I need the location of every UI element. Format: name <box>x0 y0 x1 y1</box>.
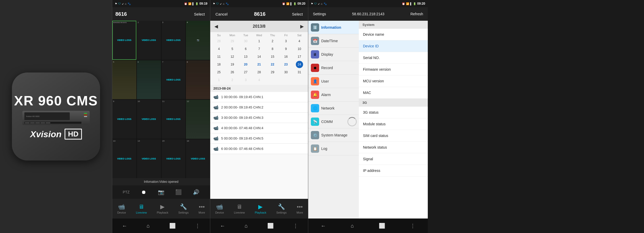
submenu-serial-no[interactable]: Serial NO. <box>359 52 428 64</box>
grid-cell-7[interactable]: 7 VIDEO LOSS <box>162 60 186 99</box>
cal-day-31[interactable]: 31 <box>296 69 303 76</box>
cal-day-9[interactable]: 9 <box>282 45 290 53</box>
record-item-1[interactable]: 📹 1 00:00:00- 09:19:45 CHN:1 <box>210 92 308 102</box>
record-item-2[interactable]: 📹 2 00:00:00- 09:19:45 CHN:2 <box>210 102 308 113</box>
nav-liveview-3[interactable]: 🖥 Liveview <box>231 202 247 216</box>
back-btn-4[interactable]: ← <box>321 223 326 229</box>
submenu-device-id[interactable]: Device ID <box>359 40 428 52</box>
submenu-mac[interactable]: MAC <box>359 87 428 99</box>
ptz-btn[interactable]: PTZ <box>122 187 131 197</box>
top-bar-3[interactable]: Cancel 8616 Select <box>210 7 308 21</box>
cal-day-27[interactable]: 27 <box>242 69 249 76</box>
submenu-signal[interactable]: Signal <box>359 153 428 165</box>
menu-btn-3[interactable]: ⋮ <box>293 223 298 229</box>
cal-next[interactable]: ▶ <box>300 24 304 29</box>
cal-day-8[interactable]: 8 <box>269 45 276 53</box>
screenshot-btn[interactable]: 📷 <box>156 187 166 197</box>
grid-cell-11[interactable]: 11 VIDEO LOSS <box>162 100 186 139</box>
select-button-2[interactable]: Select <box>192 11 207 17</box>
cal-day-26[interactable]: 26 <box>229 69 236 76</box>
grid-cell-3[interactable]: 3 VIDEO LOSS <box>162 21 186 60</box>
cal-day-29[interactable]: 29 <box>269 69 276 76</box>
menu-item-datetime[interactable]: 📅 Date/Time <box>308 34 359 48</box>
top-bar-2[interactable]: 8616 Select <box>112 7 210 21</box>
cal-day-12[interactable]: 12 <box>229 53 236 60</box>
stop-btn[interactable]: ⬛ <box>174 187 183 197</box>
cal-day-4next[interactable]: 4 <box>255 76 263 84</box>
menu-item-record[interactable]: ⏺ Record <box>308 61 359 75</box>
cal-day-16[interactable]: 16 <box>282 53 290 60</box>
menu-item-information[interactable]: ℹ️ Information <box>308 21 359 34</box>
menu-item-log[interactable]: 📋 Log <box>308 142 359 155</box>
cal-day-1[interactable]: 1 <box>255 38 263 45</box>
cal-day-14[interactable]: 14 <box>255 53 263 60</box>
grid-cell-9[interactable]: 9 VIDEO LOSS <box>112 100 136 139</box>
nav-settings-3[interactable]: 🔧 Settings <box>274 202 289 216</box>
cal-day-11[interactable]: 11 <box>215 53 222 60</box>
menu-item-user[interactable]: 👤 User <box>308 75 359 88</box>
grid-cell-10[interactable]: 10 VIDEO LOSS <box>137 100 161 139</box>
cancel-button-3[interactable]: Cancel <box>213 11 230 17</box>
back-btn-3[interactable]: ← <box>220 223 225 229</box>
nav-playback-3[interactable]: ▶ Playback <box>252 202 269 216</box>
cal-day-2next[interactable]: 2 <box>229 76 236 84</box>
nav-device-2[interactable]: 📹 Device <box>115 202 129 216</box>
cal-day-30prev[interactable]: 30 <box>242 38 249 45</box>
menu-item-network[interactable]: 🌐 Network <box>308 101 359 115</box>
cal-day-19[interactable]: 19 <box>229 61 236 68</box>
recent-btn-4[interactable]: ⬜ <box>379 223 385 229</box>
cal-day-20[interactable]: 20 <box>242 61 249 68</box>
nav-device-3[interactable]: 📹 Device <box>213 202 227 216</box>
nav-playback-2[interactable]: ▶ Playback <box>154 202 171 216</box>
cal-day-24[interactable]: 24 <box>296 61 303 68</box>
cal-day-7[interactable]: 7 <box>255 45 263 53</box>
submenu-device-name[interactable]: Device name <box>359 29 428 40</box>
grid-cell-13[interactable]: 13 VIDEO LOSS <box>112 139 136 178</box>
record-item-4[interactable]: 📹 4 00:00:00- 07:46:48 CHN:4 <box>210 123 308 133</box>
submenu-module-status[interactable]: Module status <box>359 118 428 130</box>
grid-cell-1[interactable]: 8/24/2013 09:19:51 VIDEO LOSS <box>112 21 136 60</box>
grid-cell-6[interactable]: 6 <box>137 60 161 99</box>
grid-cell-4[interactable]: 4 📷 <box>186 21 210 60</box>
cal-day-18[interactable]: 18 <box>215 61 222 68</box>
settings-tab-label[interactable]: Settings <box>310 10 329 18</box>
cal-day-21[interactable]: 21 <box>255 61 263 68</box>
submenu-3g-status[interactable]: 3G status <box>359 107 428 118</box>
cal-day-3[interactable]: 3 <box>282 38 290 45</box>
record-btn[interactable]: ⏺ <box>139 187 148 197</box>
record-item-3[interactable]: 📹 3 00:00:00- 09:19:45 CHN:3 <box>210 113 308 123</box>
grid-cell-12[interactable]: 12 <box>186 100 210 139</box>
cal-day-28[interactable]: 28 <box>255 69 263 76</box>
nav-more-2[interactable]: ••• More <box>196 202 208 216</box>
nav-more-3[interactable]: ••• More <box>294 202 306 216</box>
cal-day-25[interactable]: 25 <box>215 69 222 76</box>
grid-cell-16[interactable]: 16 VIDEO LOSS <box>186 139 210 178</box>
submenu-firmware-version[interactable]: Firmware version <box>359 64 428 75</box>
submenu-mcu-version[interactable]: MCU version <box>359 75 428 87</box>
cal-day-2[interactable]: 2 <box>269 38 276 45</box>
submenu-ip-address[interactable]: IP address <box>359 165 428 177</box>
grid-cell-5[interactable]: 5 <box>112 60 136 99</box>
submenu-sim-card-status[interactable]: SIM card status <box>359 130 428 142</box>
submenu-network-status[interactable]: Network status <box>359 142 428 153</box>
cal-day-4[interactable]: 4 <box>296 38 303 45</box>
cal-day-3next[interactable]: 3 <box>242 76 249 84</box>
back-btn-2[interactable]: ← <box>122 223 127 229</box>
menu-item-display[interactable]: 🖥 Display <box>308 48 359 61</box>
audio-btn[interactable]: 🔊 <box>191 187 201 197</box>
cal-day-22[interactable]: 22 <box>269 61 276 68</box>
nav-liveview-2[interactable]: 🖥 Liveview <box>133 202 149 216</box>
cal-day-4b[interactable]: 4 <box>215 45 222 53</box>
cal-day-5[interactable]: 5 <box>229 45 236 53</box>
cal-prev[interactable]: ◀ <box>214 24 218 29</box>
select-button-3[interactable]: Select <box>290 11 305 17</box>
cal-day-13[interactable]: 13 <box>242 53 249 60</box>
recent-btn-2[interactable]: ⬜ <box>169 223 176 229</box>
refresh-button[interactable]: Refresh <box>408 10 426 18</box>
grid-cell-14[interactable]: 14 VIDEO LOSS <box>137 139 161 178</box>
cal-day-30[interactable]: 30 <box>282 69 290 76</box>
menu-item-system-manage[interactable]: ⚙️ System Manage <box>308 128 359 142</box>
menu-item-comm[interactable]: 📡 COMM <box>308 115 359 128</box>
grid-cell-8[interactable]: 8 <box>186 60 210 99</box>
cal-day-23[interactable]: 23 <box>282 61 290 68</box>
